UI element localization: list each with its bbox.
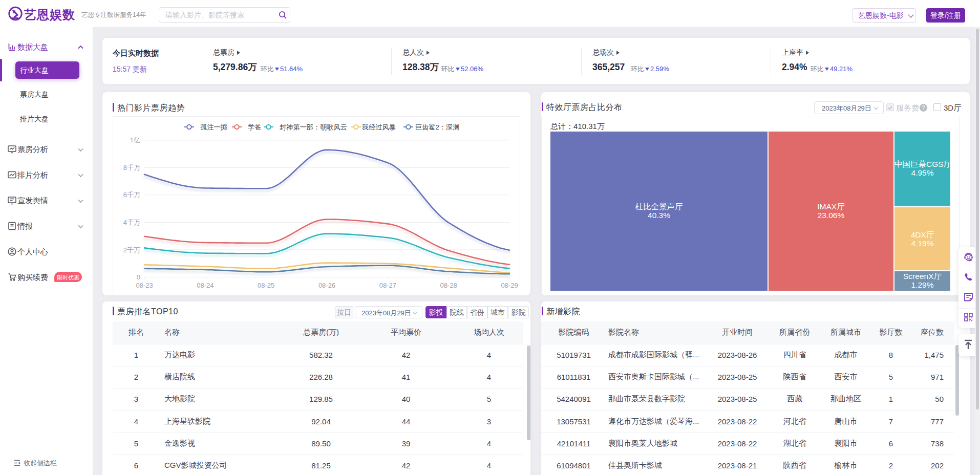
svg-text:4千万: 4千万 — [123, 219, 140, 226]
svg-text:0: 0 — [137, 273, 140, 281]
svg-text:08-27: 08-27 — [379, 282, 396, 289]
svg-text:08-25: 08-25 — [258, 282, 274, 289]
svg-text:6千万: 6千万 — [123, 191, 140, 199]
svg-text:08-23: 08-23 — [136, 282, 153, 289]
svg-text:08-29: 08-29 — [501, 282, 518, 289]
svg-text:08-26: 08-26 — [318, 282, 335, 289]
svg-text:08-24: 08-24 — [197, 282, 214, 289]
svg-text:孤注一掷: 孤注一掷 — [200, 123, 227, 131]
svg-text:08-28: 08-28 — [440, 282, 457, 289]
svg-text:8千万: 8千万 — [123, 164, 140, 171]
svg-text:我经过风暴: 我经过风暴 — [361, 123, 396, 131]
svg-text:封神第一部：朝歌风云: 封神第一部：朝歌风云 — [280, 123, 347, 131]
svg-text:2千万: 2千万 — [123, 246, 140, 254]
svg-text:1亿: 1亿 — [130, 136, 140, 144]
svg-text:巨齿鲨2：深渊: 巨齿鲨2：深渊 — [415, 123, 459, 131]
svg-text:学爸: 学爸 — [248, 123, 261, 131]
